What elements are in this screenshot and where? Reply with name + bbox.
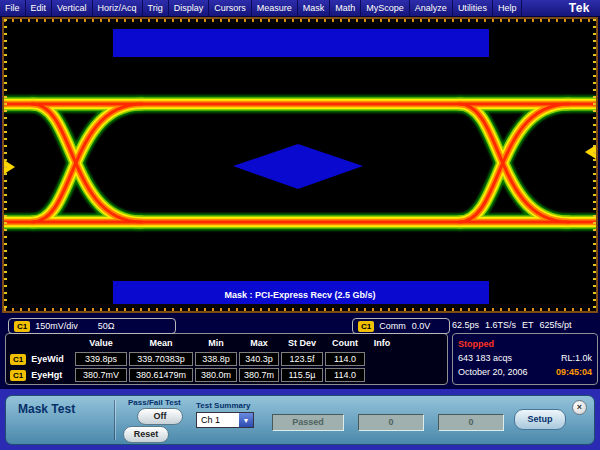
header-mean: Mean — [128, 338, 194, 348]
menu-vertical[interactable]: Vertical — [52, 0, 93, 16]
channel1-impedance: 50Ω — [98, 321, 115, 331]
row1-min: 338.8p — [195, 352, 237, 366]
timebase-value: 62.5ps — [452, 320, 479, 330]
date-display: October 20, 2006 — [458, 365, 528, 379]
close-icon[interactable]: × — [572, 400, 587, 415]
menu-analyze[interactable]: Analyze — [410, 0, 453, 16]
trigger-level: 0.0V — [412, 321, 431, 331]
header-count: Count — [324, 338, 366, 348]
acquisition-mode: ET — [522, 320, 534, 330]
graticule-ticks-left — [4, 19, 7, 311]
header-min: Min — [194, 338, 238, 348]
sample-rate-value: 1.6TS/s — [485, 320, 516, 330]
graticule-ticks-bottom — [4, 308, 596, 311]
acquisition-status-box: Stopped 643 183 acqs RL:1.0k October 20,… — [452, 333, 598, 385]
row1-info — [367, 353, 397, 365]
menu-display[interactable]: Display — [169, 0, 210, 16]
test-result-display: Passed — [272, 414, 344, 431]
channel-select-dropdown[interactable]: Ch 1 ▼ — [196, 412, 254, 428]
mask-test-panel: Mask Test Pass/Fail Test Off Reset Test … — [5, 395, 595, 445]
row1-count: 114.0 — [325, 352, 365, 366]
channel1-readout[interactable]: C1 150mV/div 50Ω — [8, 318, 176, 334]
horizontal-readout: 62.5ps 1.6TS/s ET 625fs/pt — [452, 320, 598, 330]
test-summary-label: Test Summary — [196, 401, 251, 410]
row2-mean: 380.61479m — [129, 368, 193, 382]
measurement-row-name: C1 EyeWid — [8, 354, 74, 365]
chevron-down-icon[interactable]: ▼ — [239, 413, 253, 427]
menu-myscope[interactable]: MyScope — [361, 0, 410, 16]
panel-title: Mask Test — [18, 402, 75, 416]
row2-min: 380.0m — [195, 368, 237, 382]
row1-channel-badge: C1 — [10, 354, 26, 365]
row1-value: 339.8ps — [75, 352, 127, 366]
mask-region-center-diamond — [233, 144, 363, 189]
acquisition-count: 643 183 acqs — [458, 351, 512, 365]
failures-count-display: 0 — [358, 414, 424, 431]
channel-selected-value: Ch 1 — [197, 415, 239, 425]
mask-region-top — [113, 29, 489, 57]
panel-divider — [114, 400, 116, 440]
channel1-scale: 150mV/div — [35, 321, 78, 331]
trigger-readout[interactable]: C1 Comm 0.0V — [352, 318, 450, 334]
row1-measure-name: EyeWid — [31, 354, 63, 364]
channel1-badge: C1 — [14, 321, 30, 332]
menu-edit[interactable]: Edit — [26, 0, 53, 16]
menu-trig[interactable]: Trig — [143, 0, 169, 16]
resolution-value: 625fs/pt — [540, 320, 572, 330]
mask-name-label: Mask : PCI-Express Recv (2.5 Gb/s) — [4, 290, 596, 300]
menu-cursors[interactable]: Cursors — [209, 0, 252, 16]
row1-max: 340.3p — [239, 352, 279, 366]
menu-math[interactable]: Math — [330, 0, 361, 16]
pass-fail-test-label: Pass/Fail Test — [128, 398, 181, 407]
time-display: 09:45:04 — [556, 365, 592, 379]
menu-help[interactable]: Help — [493, 0, 523, 16]
trigger-source-badge: C1 — [358, 321, 374, 332]
row2-count: 114.0 — [325, 368, 365, 382]
measurement-table: Value Mean Min Max St Dev Count Info C1 … — [5, 333, 448, 385]
off-button[interactable]: Off — [137, 408, 183, 425]
row1-stdev: 123.5f — [281, 352, 323, 366]
menu-horiz-acq[interactable]: Horiz/Acq — [93, 0, 143, 16]
samples-count-display: 0 — [438, 414, 504, 431]
record-length: RL:1.0k — [561, 351, 592, 365]
waveform-display: Mask : PCI-Express Recv (2.5 Gb/s) — [2, 17, 598, 313]
eye-diagram — [4, 19, 596, 311]
row2-info — [367, 369, 397, 381]
header-stdev: St Dev — [280, 338, 324, 348]
tek-logo: Tek — [569, 1, 590, 15]
row2-value: 380.7mV — [75, 368, 127, 382]
graticule-ticks-right — [593, 19, 596, 311]
row2-measure-name: EyeHgt — [31, 370, 62, 380]
trigger-coupling: Comm — [379, 321, 406, 331]
measurement-row-name: C1 EyeHgt — [8, 370, 74, 381]
header-max: Max — [238, 338, 280, 348]
setup-button[interactable]: Setup — [514, 409, 566, 430]
menu-bar: File Edit Vertical Horiz/Acq Trig Displa… — [0, 0, 600, 16]
acquisition-state: Stopped — [458, 337, 494, 351]
header-info: Info — [366, 338, 398, 348]
row2-channel-badge: C1 — [10, 370, 26, 381]
header-value: Value — [74, 338, 128, 348]
menu-utilities[interactable]: Utilities — [453, 0, 493, 16]
row1-mean: 339.70383p — [129, 352, 193, 366]
menu-mask[interactable]: Mask — [298, 0, 331, 16]
row2-max: 380.7m — [239, 368, 279, 382]
menu-file[interactable]: File — [0, 0, 26, 16]
graticule-ticks-top — [4, 19, 596, 22]
menu-measure[interactable]: Measure — [252, 0, 298, 16]
row2-stdev: 115.5µ — [281, 368, 323, 382]
reset-button[interactable]: Reset — [123, 426, 169, 443]
